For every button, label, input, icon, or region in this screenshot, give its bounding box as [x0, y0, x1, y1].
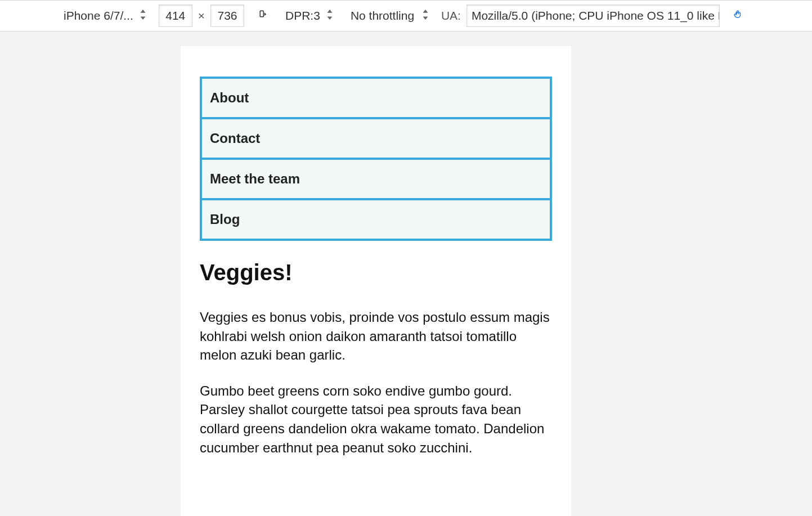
ua-label: UA:	[441, 9, 461, 23]
nav-item-label: Meet the team	[210, 171, 300, 186]
nav-item-meet-the-team[interactable]: Meet the team	[202, 160, 550, 200]
nav-item-contact[interactable]: Contact	[202, 119, 550, 160]
article-heading: Veggies!	[200, 260, 552, 285]
nav-item-about[interactable]: About	[202, 79, 550, 119]
touch-toggle-button[interactable]	[725, 5, 750, 27]
dropdown-icon	[325, 9, 335, 23]
rotate-button[interactable]	[250, 5, 275, 27]
throttling-select[interactable]: No throttling	[346, 5, 436, 27]
nav-item-blog[interactable]: Blog	[202, 200, 550, 241]
ua-value: Mozilla/5.0 (iPhone; CPU iPhone OS 11_0 …	[472, 9, 720, 23]
article-paragraph: Veggies es bonus vobis, proinde vos post…	[200, 308, 552, 365]
device-select-label: iPhone 6/7/...	[64, 9, 133, 23]
width-input[interactable]: 414	[159, 5, 192, 27]
height-value: 736	[218, 9, 237, 23]
throttling-label: No throttling	[351, 9, 414, 23]
article-paragraph: Gumbo beet greens corn soko endive gumbo…	[200, 382, 552, 457]
ua-input[interactable]: Mozilla/5.0 (iPhone; CPU iPhone OS 11_0 …	[466, 5, 720, 27]
width-value: 414	[165, 9, 185, 23]
site-nav: About Contact Meet the team Blog	[200, 77, 552, 241]
touch-icon	[733, 9, 743, 23]
dropdown-icon	[138, 9, 148, 23]
device-select[interactable]: iPhone 6/7/...	[59, 5, 153, 27]
height-input[interactable]: 736	[210, 5, 244, 27]
page-content: About Contact Meet the team Blog Veggies…	[181, 46, 571, 516]
svg-rect-0	[260, 11, 263, 17]
device-viewport[interactable]: About Contact Meet the team Blog Veggies…	[181, 46, 571, 516]
rotate-icon	[257, 9, 267, 23]
device-toolbar: iPhone 6/7/... 414 × 736 DPR: 3 No throt…	[0, 0, 812, 32]
article: Veggies! Veggies es bonus vobis, proinde…	[200, 260, 552, 457]
dpr-label: DPR:	[285, 9, 313, 23]
nav-item-label: About	[210, 90, 249, 105]
nav-item-label: Blog	[210, 212, 240, 227]
nav-item-label: Contact	[210, 131, 260, 146]
dimension-x: ×	[198, 9, 205, 23]
dropdown-icon	[420, 9, 430, 23]
device-stage: About Contact Meet the team Blog Veggies…	[0, 32, 812, 516]
dpr-select[interactable]: DPR: 3	[280, 5, 340, 27]
dpr-value: 3	[313, 9, 320, 23]
